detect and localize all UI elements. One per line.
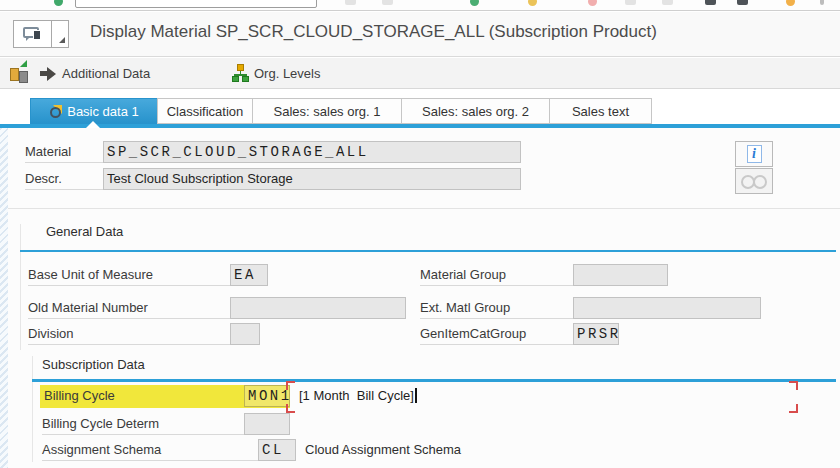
general-data-accent-line	[20, 250, 836, 252]
annotation-corner-icon	[286, 404, 295, 413]
toolbar-button-remnant	[705, 0, 716, 5]
annotation-corner-icon	[286, 381, 295, 390]
find-button[interactable]	[735, 168, 773, 194]
division-label: Division	[28, 323, 230, 345]
annotation-corner-icon	[789, 381, 798, 390]
services-for-object-button[interactable]	[13, 20, 52, 48]
tab-sales-org-1[interactable]: Sales: sales org. 1	[252, 98, 402, 124]
application-toolbar: Additional Data Org. Levels	[0, 58, 840, 89]
assignment-schema-description: Cloud Assignment Schema	[305, 442, 461, 457]
toolbar-button-remnant	[382, 0, 393, 5]
toolbar-button-remnant	[820, 0, 824, 5]
display-change-icon	[10, 68, 19, 81]
tab-label: Sales text	[572, 104, 629, 119]
tab-label: Basic data 1	[67, 104, 139, 119]
tab-sales-text[interactable]: Sales text	[549, 98, 652, 124]
material-field[interactable]: SP_SCR_CLOUD_STORAGE_ALL	[103, 141, 521, 163]
ext-matl-group-label: Ext. Matl Group	[420, 297, 573, 319]
general-data-frame	[20, 224, 21, 350]
services-menu-dropdown-button[interactable]	[52, 20, 69, 48]
ext-matl-group-field[interactable]	[573, 297, 761, 319]
billing-cycle-field[interactable]: MON1	[244, 385, 290, 407]
page-title: Display Material SP_SCR_CLOUD_STORAGE_AL…	[90, 22, 657, 42]
org-levels-label: Org. Levels	[254, 66, 320, 81]
additional-data-button[interactable]: Additional Data	[38, 58, 168, 89]
services-for-object-icon	[23, 27, 39, 38]
assignment-schema-field[interactable]: CL	[258, 439, 296, 461]
left-decorative-stripe	[0, 128, 8, 468]
info-button[interactable]: i	[735, 141, 773, 167]
material-label: Material	[25, 141, 103, 163]
system-toolbar-remnant	[0, 0, 840, 11]
org-levels-button[interactable]: Org. Levels	[230, 58, 330, 89]
toolbar-button-remnant	[662, 0, 673, 5]
display-change-button[interactable]	[10, 62, 32, 84]
toolbar-button-remnant	[737, 0, 748, 5]
billing-cycle-annotation: [1 Month Bill Cycle]	[299, 388, 417, 403]
material-group-field[interactable]	[573, 264, 668, 286]
toolbar-dot-icon	[470, 0, 479, 6]
title-bar: Display Material SP_SCR_CLOUD_STORAGE_AL…	[0, 12, 840, 57]
old-material-number-label: Old Material Number	[28, 297, 230, 319]
gen-item-cat-group-label: GenItemCatGroup	[420, 323, 573, 345]
billing-cycle-label: Billing Cycle	[44, 385, 115, 407]
gen-item-cat-group-field[interactable]: PRSR	[573, 323, 619, 345]
base-unit-field[interactable]: EA	[230, 264, 268, 286]
tab-label: Sales: sales org. 1	[274, 104, 381, 119]
active-tab-notch	[86, 121, 100, 128]
billing-cycle-determ-field[interactable]	[244, 413, 290, 435]
general-data-title: General Data	[46, 224, 123, 239]
tab-strip: Basic data 1 Classification Sales: sales…	[30, 98, 652, 124]
toolbar-button-remnant	[345, 0, 356, 5]
subscription-data-frame	[32, 356, 33, 462]
billing-cycle-determ-label: Billing Cycle Determ	[42, 413, 244, 435]
subscription-data-title: Subscription Data	[42, 357, 145, 372]
division-field[interactable]	[230, 323, 260, 345]
tab-label: Classification	[167, 104, 244, 119]
descr-field[interactable]: Test Cloud Subscription Storage	[103, 168, 521, 190]
old-material-number-field[interactable]	[230, 297, 406, 319]
assignment-schema-label: Assignment Schema	[42, 439, 258, 461]
tab-sales-org-2[interactable]: Sales: sales org. 2	[401, 98, 550, 124]
tab-label: Sales: sales org. 2	[422, 104, 529, 119]
toolbar-dot-icon	[54, 0, 63, 6]
command-field-remnant	[75, 0, 317, 8]
org-levels-icon	[232, 64, 249, 82]
info-icon: i	[747, 145, 762, 163]
section-divider	[8, 208, 840, 209]
toolbar-dot-icon	[528, 0, 537, 6]
toolbar-dot-icon	[786, 0, 795, 6]
text-cursor	[415, 388, 417, 403]
additional-data-arrow-icon	[40, 67, 57, 80]
base-unit-label: Base Unit of Measure	[28, 264, 230, 286]
material-group-label: Material Group	[420, 264, 573, 286]
descr-label: Descr.	[25, 168, 103, 190]
binoculars-icon	[741, 175, 767, 187]
annotation-corner-icon	[789, 404, 798, 413]
subscription-data-accent-line	[32, 379, 836, 382]
toolbar-dot-icon	[588, 0, 597, 6]
basic-data-tab-icon	[49, 105, 62, 118]
toolbar-button-remnant	[625, 0, 636, 5]
additional-data-label: Additional Data	[62, 66, 150, 81]
tab-classification[interactable]: Classification	[157, 98, 253, 124]
